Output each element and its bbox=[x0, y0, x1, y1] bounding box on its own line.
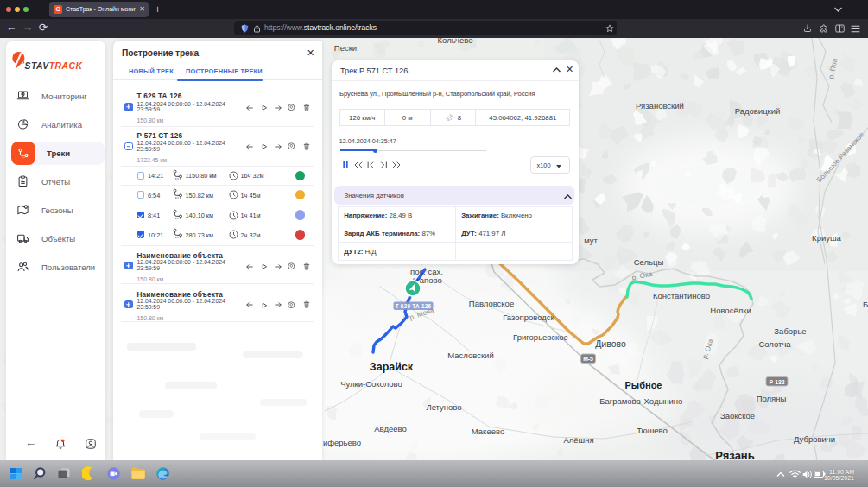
svg-text:Поляны: Поляны bbox=[757, 394, 787, 403]
svg-text:Криуша: Криуша bbox=[812, 233, 841, 243]
svg-text:Макеево: Макеево bbox=[472, 427, 504, 436]
svg-text:Рязань: Рязань bbox=[715, 449, 754, 460]
svg-text:Авдеево: Авдеево bbox=[374, 424, 407, 433]
svg-text:Павловское: Павловское bbox=[469, 299, 514, 308]
svg-text:Масловский: Масловский bbox=[447, 351, 493, 360]
svg-text:Р-132: Р-132 bbox=[769, 379, 784, 385]
svg-text:Заборье: Заборье bbox=[774, 326, 806, 336]
svg-text:Летуново: Летуново bbox=[426, 402, 461, 412]
svg-text:Алёшня: Алёшня bbox=[563, 435, 593, 445]
svg-text:Радовицкий: Радовицкий bbox=[735, 106, 781, 116]
svg-text:Зарайск: Зарайск bbox=[370, 361, 414, 373]
svg-text:Тюшево: Тюшево bbox=[637, 426, 668, 435]
svg-text:М-5: М-5 bbox=[583, 356, 593, 362]
svg-text:Чулки-Соколово: Чулки-Соколово bbox=[340, 379, 402, 389]
svg-text:Рыбное: Рыбное bbox=[624, 380, 662, 390]
svg-text:Дубровичи: Дубровичи bbox=[794, 434, 835, 444]
svg-text:Григорьевское: Григорьевское bbox=[513, 332, 568, 342]
svg-text:Баграмово: Баграмово bbox=[599, 396, 641, 406]
svg-text:мут: мут bbox=[584, 236, 598, 245]
svg-text:Заокское: Заокское bbox=[720, 411, 755, 421]
svg-text:Сельцы: Сельцы bbox=[634, 257, 664, 267]
svg-text:Газопроводск: Газопроводск bbox=[503, 313, 554, 322]
svg-text:Солотча: Солотча bbox=[758, 339, 791, 349]
svg-text:Константиново: Константиново bbox=[653, 291, 710, 300]
svg-text:Кольчево: Кольчево bbox=[438, 38, 473, 45]
svg-text:Рязановский: Рязановский bbox=[636, 101, 684, 111]
svg-text:Б: Б bbox=[863, 300, 868, 309]
svg-text:STAVTRACK: STAVTRACK bbox=[25, 61, 84, 71]
svg-text:Пески: Пески bbox=[334, 43, 357, 53]
svg-text:иферьево: иферьево bbox=[323, 438, 361, 447]
svg-text:Дивово: Дивово bbox=[595, 338, 626, 349]
svg-text:Ходынино: Ходынино bbox=[644, 396, 683, 406]
svg-text:Новосёлки: Новосёлки bbox=[710, 306, 751, 315]
